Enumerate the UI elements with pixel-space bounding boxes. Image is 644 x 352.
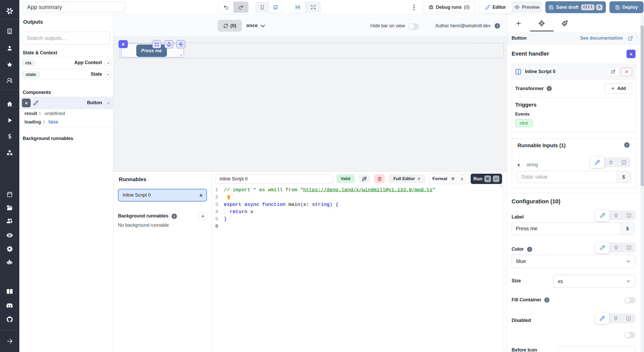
svg-text:f: f <box>629 246 630 249</box>
svg-text:f: f <box>518 70 519 74</box>
svg-text:f: f <box>629 214 630 217</box>
svg-text:f: f <box>623 161 625 164</box>
svg-text:f: f <box>628 317 630 320</box>
